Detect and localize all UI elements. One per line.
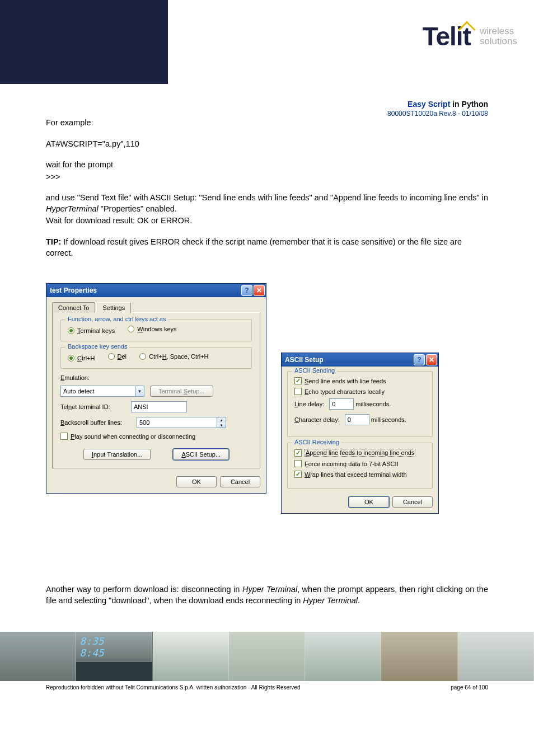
checkbox-icon <box>60 433 68 440</box>
tip-label: TIP: <box>46 237 61 246</box>
tab-settings[interactable]: Settings <box>96 302 131 313</box>
titlebar[interactable]: ASCII Setup ? ✕ <box>282 353 438 367</box>
play-sound-checkbox[interactable]: Play sound when connecting or disconnect… <box>60 433 252 440</box>
footer-image-strip: 8:358:45 <box>0 632 534 681</box>
test-properties-dialog: test Properties ? ✕ Connect To Settings … <box>46 283 266 494</box>
close-icon[interactable]: ✕ <box>426 354 437 365</box>
after-text: Another way to perform download is: disc… <box>46 584 488 606</box>
radio-dot-icon <box>68 327 74 334</box>
radio-terminal-keys[interactable]: Terminal keys <box>68 327 115 334</box>
radio-dot-icon <box>128 326 134 332</box>
function-keys-group: Function, arrow, and ctrl keys act as Te… <box>60 320 252 341</box>
send-line-ends-checkbox[interactable]: ✓Send line ends with line feeds <box>294 377 425 384</box>
backspace-group: Backspace key sends Ctrl+H Del Ctrl+H, S… <box>60 347 252 369</box>
checkbox-icon: ✓ <box>294 449 302 457</box>
cancel-button[interactable]: Cancel <box>392 496 433 508</box>
radio-del[interactable]: Del <box>108 353 127 360</box>
echo-typed-checkbox[interactable]: Echo typed characters locally <box>294 388 425 395</box>
footer-copyright: Reproduction forbidden without Telit Com… <box>0 681 534 694</box>
tabs: Connect To Settings <box>52 302 260 313</box>
close-icon[interactable]: ✕ <box>254 285 265 296</box>
backscroll-label: Backscroll buffer lines: <box>60 419 133 426</box>
radio-ctrlh-space[interactable]: Ctrl+H, Space, Ctrl+H <box>139 353 208 360</box>
force-7bit-checkbox[interactable]: Force incoming data to 7-bit ASCII <box>294 460 425 467</box>
body-text: For example: AT#WSCRIPT="a.py",110 wait … <box>46 118 488 259</box>
ok-button[interactable]: OK <box>176 476 217 487</box>
tab-connect-to[interactable]: Connect To <box>52 302 95 313</box>
checkbox-icon <box>294 388 302 395</box>
backscroll-spinner[interactable]: 500▲▼ <box>137 417 226 428</box>
checkbox-icon: ✓ <box>294 471 302 478</box>
spin-down-icon[interactable]: ▼ <box>217 422 226 428</box>
ascii-setup-button[interactable]: ASCII Setup... <box>173 449 229 460</box>
ascii-setup-dialog: ASCII Setup ? ✕ ASCII Sending ✓Send line… <box>281 353 439 514</box>
brand-tagline: wireless solutions <box>480 26 517 46</box>
append-linefeeds-checkbox[interactable]: ✓Append line feeds to incoming line ends <box>294 449 425 457</box>
ascii-sending-group: ASCII Sending ✓Send line ends with line … <box>287 371 433 437</box>
screenshots-area: test Properties ? ✕ Connect To Settings … <box>46 283 488 560</box>
titlebar[interactable]: test Properties ? ✕ <box>46 284 266 297</box>
spin-up-icon[interactable]: ▲ <box>217 417 226 422</box>
dialog-title: ASCII Setup <box>285 356 324 364</box>
document-meta: Easy Script in Python 80000ST10020a Rev.… <box>46 100 488 118</box>
chevron-down-icon[interactable]: ▼ <box>135 386 144 396</box>
help-icon[interactable]: ? <box>241 285 252 296</box>
telnet-id-input[interactable] <box>131 401 187 412</box>
help-icon[interactable]: ? <box>414 354 425 365</box>
checkbox-icon <box>294 460 302 467</box>
checkbox-icon: ✓ <box>294 377 302 384</box>
radio-ctrlh[interactable]: Ctrl+H <box>68 355 95 361</box>
ok-button[interactable]: OK <box>349 496 389 508</box>
telnet-id-label: Telnet terminal ID: <box>60 403 128 410</box>
radio-dot-icon <box>139 353 146 360</box>
input-translation-button[interactable]: Input Translation... <box>83 449 151 460</box>
clock-icon: 8:358:45 <box>76 632 152 662</box>
radio-windows-keys[interactable]: Windows keys <box>128 326 176 332</box>
char-delay-input[interactable] <box>345 414 369 425</box>
emulation-select[interactable]: Auto detect▼ <box>60 386 144 397</box>
page-number: page 64 of 100 <box>451 684 488 691</box>
radio-dot-icon <box>68 355 74 361</box>
radio-dot-icon <box>108 353 115 360</box>
wrap-lines-checkbox[interactable]: ✓Wrap lines that exceed terminal width <box>294 471 425 478</box>
dialog-title: test Properties <box>50 287 97 294</box>
line-delay-input[interactable] <box>329 398 354 410</box>
line-delay-label: Line delay: <box>294 401 324 407</box>
cancel-button[interactable]: Cancel <box>220 476 260 487</box>
header-dark-block <box>0 0 168 84</box>
char-delay-label: Character delay: <box>294 416 340 423</box>
brand-logo: Telit wireless solutions <box>423 21 517 51</box>
terminal-setup-button: Terminal Setup... <box>150 386 213 397</box>
emulation-label: Emulation: <box>60 374 90 381</box>
ascii-receiving-group: ASCII Receiving ✓Append line feeds to in… <box>287 443 433 489</box>
tab-pane-settings: Function, arrow, and ctrl keys act as Te… <box>52 312 260 468</box>
page-header: Telit wireless solutions <box>0 0 534 84</box>
